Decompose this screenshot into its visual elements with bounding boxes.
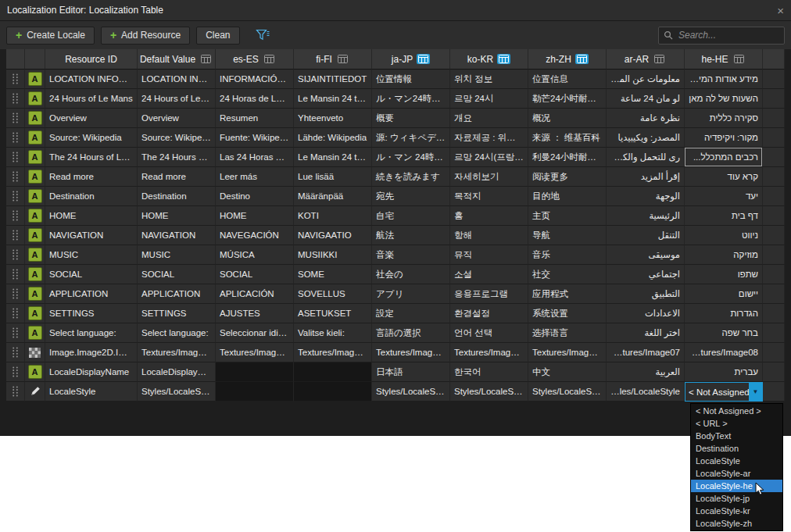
cell-ko-kr[interactable]: 소셜 [450, 265, 528, 284]
cell-es-es[interactable] [216, 382, 294, 402]
cell-fi-fi[interactable]: Lähde: Wikipedia [294, 128, 372, 148]
cell-resource-id[interactable]: HOME [45, 206, 138, 226]
cell-ar-ar[interactable]: المصدر: ويكيبيديا [607, 128, 685, 148]
cell-he-he[interactable]: הגדרות [685, 304, 763, 323]
cell-ar-ar[interactable]: اختر اللغة [607, 323, 685, 343]
clean-button[interactable]: Clean [196, 27, 239, 45]
column-header-default-value[interactable]: Default Value [138, 49, 216, 70]
cell-ar-ar[interactable]: إقرأ المزيد [607, 167, 685, 187]
cell-resource-id[interactable]: Select language: [45, 323, 138, 343]
column-header-zh-zh[interactable]: zh-ZH [528, 49, 607, 70]
cell-zh-zh[interactable]: 中文 [528, 362, 607, 382]
cell-he-he[interactable]: מקור: ויקיפדיה [685, 128, 763, 148]
cell-ja-jp[interactable]: 位置情報 [372, 70, 450, 89]
column-header-ar-ar[interactable]: ar-AR [607, 49, 685, 70]
cell-ar-ar[interactable]: رى للتحمل والكفاءة... [607, 148, 685, 167]
column-header-he-he[interactable]: he-HE [685, 49, 763, 70]
cell-ja-jp[interactable]: 設定 [372, 304, 450, 323]
cell-he-he[interactable]: < Not Assigned >▼ [685, 382, 763, 402]
column-header-ja-jp[interactable]: ja-JP [372, 49, 450, 70]
cell-zh-zh[interactable]: 勒芒24小时耐力赛 [528, 89, 607, 109]
cell-he-he[interactable]: שתפו [685, 265, 763, 284]
cell-zh-zh[interactable]: 主页 [528, 206, 607, 226]
cell-he-he[interactable]: בחר שפה [685, 323, 763, 343]
close-icon[interactable]: × [777, 5, 784, 16]
dropdown-item-localestyle-he[interactable]: LocaleStyle-he [691, 480, 782, 492]
cell-zh-zh[interactable]: 目的地 [528, 187, 607, 206]
cell-es-es[interactable]: 24 Horas de Le Mans [216, 89, 294, 109]
dropdown-item-bodytext[interactable]: BodyText [691, 430, 782, 442]
translate-icon[interactable] [199, 54, 213, 64]
cell-zh-zh[interactable]: 位置信息 [528, 70, 607, 89]
dropdown-item-localestyle-ar[interactable]: LocaleStyle-ar [691, 467, 782, 480]
cell-ar-ar[interactable]: الوجهة [607, 187, 685, 206]
cell-fi-fi[interactable]: ASETUKSET [294, 304, 372, 323]
dropdown-item-localestyle-kr[interactable]: LocaleStyle-kr [691, 505, 782, 517]
cell-resource-id[interactable]: SETTINGS [45, 304, 138, 323]
translate-icon[interactable] [417, 54, 430, 64]
drag-handle[interactable] [6, 343, 25, 362]
cell-resource-id[interactable]: Destination [45, 187, 138, 206]
drag-handle[interactable] [6, 304, 25, 323]
cell-fi-fi[interactable]: MUSIIKKI [294, 245, 372, 265]
column-header-fi-fi[interactable]: fi-FI [294, 49, 372, 70]
cell-ja-jp[interactable]: 航法 [372, 226, 450, 245]
cell-default-value[interactable]: Source: Wikipedia [138, 128, 216, 148]
drag-handle[interactable] [6, 109, 25, 128]
cell-resource-id[interactable]: SOCIAL [45, 265, 138, 284]
cell-es-es[interactable]: MÚSICA [216, 245, 294, 265]
dropdown-item-not-assigned[interactable]: < Not Assigned > [691, 405, 782, 417]
cell-ko-kr[interactable]: 뮤직 [450, 245, 528, 265]
cell-he-he[interactable]: מידע אודות המיקום [685, 70, 763, 89]
cell-default-value[interactable]: LOCATION INFORMATION [138, 70, 216, 89]
cell-es-es[interactable] [216, 362, 294, 382]
cell-ko-kr[interactable]: 응용프로그램 [450, 284, 528, 304]
cell-fi-fi[interactable]: Yhteenveto [294, 109, 372, 128]
cell-zh-zh[interactable]: 利曼24小时耐力赛是汽车耐力赛 [528, 148, 607, 167]
cell-ar-ar[interactable]: لو مان 24 ساعة [607, 89, 685, 109]
cell-default-value[interactable]: Textures/Image01 [138, 343, 216, 362]
cell-ko-kr[interactable]: 환경설정 [450, 304, 528, 323]
drag-handle[interactable] [6, 382, 25, 402]
cell-es-es[interactable]: Leer más [216, 167, 294, 187]
cell-resource-id[interactable]: LocaleStyle [45, 382, 138, 402]
cell-he-he[interactable]: קרא עוד [685, 167, 763, 187]
dropdown-item-destination[interactable]: Destination [691, 442, 782, 455]
dropdown-item-url[interactable]: < URL > [691, 417, 782, 430]
cell-fi-fi[interactable]: Le Mansin 24 tuntia on kestävyysajo [294, 148, 372, 167]
cell-default-value[interactable]: Styles/LocaleStyle [138, 382, 216, 402]
cell-ja-jp[interactable]: ル・マン 24時間レースは耐久レース [372, 148, 450, 167]
cell-resource-id[interactable]: 24 Hours of Le Mans [45, 89, 138, 109]
cell-ar-ar[interactable]: الاعدادات [607, 304, 685, 323]
cell-ar-ar[interactable]: Textures/Image07 [607, 343, 685, 362]
cell-zh-zh[interactable]: 社交 [528, 265, 607, 284]
cell-fi-fi[interactable] [294, 362, 372, 382]
cell-ja-jp[interactable]: 自宅 [372, 206, 450, 226]
cell-default-value[interactable]: Read more [138, 167, 216, 187]
drag-handle[interactable] [6, 70, 25, 89]
cell-he-he[interactable]: ניווט [685, 226, 763, 245]
drag-handle[interactable] [6, 265, 25, 284]
column-header-es-es[interactable]: es-ES [216, 49, 294, 70]
cell-resource-id[interactable]: Source: Wikipedia [45, 128, 138, 148]
cell-zh-zh[interactable]: 来源 ： 维基百科 [528, 128, 607, 148]
cell-resource-id[interactable]: LocaleDisplayName [45, 362, 138, 382]
drag-handle[interactable] [6, 323, 25, 343]
drag-handle[interactable] [6, 128, 25, 148]
cell-ko-kr[interactable]: 자료제공 : 위키백과 [450, 128, 528, 148]
cell-default-value[interactable]: HOME [138, 206, 216, 226]
cell-default-value[interactable]: Select language: [138, 323, 216, 343]
cell-resource-id[interactable]: The 24 Hours of Le Mans [45, 148, 138, 167]
cell-ko-kr[interactable]: Styles/LocaleStyle [450, 382, 528, 402]
dropdown-item-localestyle[interactable]: LocaleStyle [691, 455, 782, 467]
cell-es-es[interactable]: INFORMACIÓN DE UBICACIÓN [216, 70, 294, 89]
cell-default-value[interactable]: Destination [138, 187, 216, 206]
cell-zh-zh[interactable]: 音乐 [528, 245, 607, 265]
drag-handle[interactable] [6, 187, 25, 206]
cell-ja-jp[interactable]: 音楽 [372, 245, 450, 265]
search-input[interactable] [677, 29, 779, 41]
cell-fi-fi[interactable]: Lue lisää [294, 167, 372, 187]
cell-ar-ar[interactable]: اجتماعي [607, 265, 685, 284]
drag-handle[interactable] [6, 362, 25, 382]
cell-he-he[interactable]: יישום [685, 284, 763, 304]
